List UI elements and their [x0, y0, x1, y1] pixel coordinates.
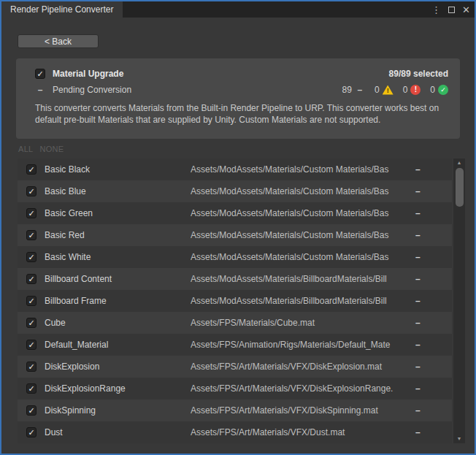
warning-count: 0 — [375, 85, 380, 95]
render-pipeline-converter-window: Render Pipeline Converter ⋮ ✕ < Back ✓ M… — [0, 0, 476, 455]
pending-conversion-row: – Pending Conversion 89 – 0 ! 0 ! 0 ✓ — [35, 82, 448, 98]
row-label: DiskExplosionRange — [45, 383, 191, 394]
row-checkbox[interactable]: ✓ — [26, 383, 37, 394]
table-row[interactable]: ✓ DiskExplosionRange Assets/FPS/Art/Mate… — [18, 378, 452, 399]
table-row[interactable]: ✓ DiskExplosion Assets/FPS/Art/Materials… — [18, 356, 452, 378]
scrollbar-thumb[interactable] — [456, 168, 464, 207]
window-tab[interactable]: Render Pipeline Converter — [1, 1, 123, 18]
window-controls: ⋮ ✕ — [431, 1, 470, 18]
converter-checkbox[interactable]: ✓ — [35, 69, 45, 79]
row-pending-icon: – — [415, 274, 421, 284]
row-checkbox[interactable]: ✓ — [26, 230, 37, 240]
table-row[interactable]: ✓ Basic Green Assets/ModAssets/Materials… — [18, 202, 452, 224]
row-label: Billboard Content — [45, 274, 191, 284]
selection-links: ALL NONE — [18, 145, 64, 153]
close-icon[interactable]: ✕ — [462, 5, 470, 15]
row-pending-icon: – — [415, 208, 421, 218]
row-checkbox[interactable]: ✓ — [26, 274, 37, 284]
pending-count: 89 — [342, 85, 352, 95]
row-pending-icon: – — [415, 405, 421, 416]
row-label: Basic White — [45, 252, 191, 262]
scroll-down-icon[interactable]: ▼ — [457, 435, 462, 443]
title-bar: Render Pipeline Converter ⋮ ✕ — [1, 1, 475, 18]
row-checkbox[interactable]: ✓ — [26, 318, 37, 328]
back-button[interactable]: < Back — [18, 34, 99, 48]
row-pending-icon: – — [415, 362, 421, 372]
scroll-up-icon[interactable]: ▲ — [457, 158, 462, 167]
row-path: Assets/ModAssets/Materials/Custom Materi… — [191, 208, 410, 218]
status-counts: 89 – 0 ! 0 ! 0 ✓ — [342, 85, 448, 95]
table-row[interactable]: ✓ Billboard Frame Assets/ModAssets/Mater… — [18, 290, 452, 312]
list-scrollbar[interactable]: ▲ ▼ — [453, 158, 465, 443]
row-path: Assets/FPS/Art/Materials/VFX/DiskExplosi… — [191, 383, 410, 394]
success-count-item: 0 ✓ — [430, 85, 448, 95]
row-pending-icon: – — [415, 340, 421, 350]
row-path: Assets/ModAssets/Materials/BillboardMate… — [191, 296, 410, 306]
table-row[interactable]: ✓ DiskSpinning Assets/FPS/Art/Materials/… — [18, 399, 452, 421]
selected-summary: 89/89 selected — [389, 69, 448, 79]
table-row[interactable]: ✓ Billboard Content Assets/ModAssets/Mat… — [18, 268, 452, 290]
material-list: ✓ Basic Black Assets/ModAssets/Materials… — [18, 158, 452, 443]
row-label: Default_Material — [45, 340, 191, 350]
success-count: 0 — [430, 85, 435, 95]
row-label: Basic Red — [45, 230, 191, 240]
row-checkbox[interactable]: ✓ — [26, 208, 37, 218]
table-row[interactable]: ✓ Dust Assets/FPS/Art/Materials/VFX/Dust… — [18, 421, 452, 443]
pending-count-icon: – — [355, 85, 365, 95]
window-title: Render Pipeline Converter — [10, 4, 113, 15]
row-label: Basic Green — [45, 208, 191, 218]
table-row[interactable]: ✓ Default_Material Assets/FPS/Animation/… — [18, 334, 452, 356]
row-label: DiskSpinning — [45, 405, 191, 416]
select-all-button[interactable]: ALL — [18, 145, 33, 153]
row-checkbox[interactable]: ✓ — [26, 427, 37, 437]
success-icon: ✓ — [438, 85, 448, 95]
back-button-label: < Back — [45, 37, 72, 47]
row-checkbox[interactable]: ✓ — [26, 362, 37, 372]
row-path: Assets/ModAssets/Materials/Custom Materi… — [191, 230, 410, 240]
row-label: Billboard Frame — [45, 296, 191, 306]
warning-icon: ! — [383, 85, 394, 95]
select-none-button[interactable]: NONE — [39, 145, 64, 153]
pending-state-icon: – — [35, 85, 45, 95]
pending-count-item: 89 – — [342, 85, 365, 95]
row-pending-icon: – — [415, 164, 421, 175]
row-path: Assets/FPS/Art/Materials/VFX/DiskExplosi… — [191, 362, 410, 372]
row-label: Basic Black — [45, 164, 191, 175]
row-checkbox[interactable]: ✓ — [26, 296, 37, 306]
kebab-menu-icon[interactable]: ⋮ — [431, 5, 441, 15]
row-label: Cube — [45, 318, 191, 328]
table-row[interactable]: ✓ Basic Black Assets/ModAssets/Materials… — [18, 158, 452, 180]
row-path: Assets/FPS/Animation/Rigs/Materials/Defa… — [191, 340, 410, 350]
row-pending-icon: – — [415, 296, 421, 306]
warning-count-item: 0 ! — [375, 85, 394, 95]
row-label: DiskExplosion — [45, 362, 191, 372]
row-path: Assets/FPS/Art/Materials/VFX/Dust.mat — [191, 427, 410, 437]
error-count-item: 0 ! — [403, 85, 421, 95]
row-checkbox[interactable]: ✓ — [26, 164, 37, 175]
row-pending-icon: – — [415, 383, 421, 394]
row-pending-icon: – — [415, 427, 421, 437]
row-path: Assets/ModAssets/Materials/Custom Materi… — [191, 186, 410, 196]
row-checkbox[interactable]: ✓ — [26, 186, 37, 196]
converter-header-row: ✓ Material Upgrade 89/89 selected — [35, 66, 448, 82]
converter-panel: ✓ Material Upgrade 89/89 selected – Pend… — [16, 58, 460, 139]
row-path: Assets/FPS/Art/Materials/VFX/DiskSpinnin… — [191, 405, 410, 416]
maximize-icon[interactable] — [448, 7, 455, 13]
table-row[interactable]: ✓ Basic White Assets/ModAssets/Materials… — [18, 246, 452, 268]
row-checkbox[interactable]: ✓ — [26, 405, 37, 416]
row-label: Basic Blue — [45, 186, 191, 196]
row-path: Assets/ModAssets/Materials/BillboardMate… — [191, 274, 410, 284]
row-pending-icon: – — [415, 230, 421, 240]
row-pending-icon: – — [415, 186, 421, 196]
table-row[interactable]: ✓ Basic Blue Assets/ModAssets/Materials/… — [18, 180, 452, 202]
error-count: 0 — [403, 85, 408, 95]
table-row[interactable]: ✓ Cube Assets/FPS/Materials/Cube.mat – — [18, 312, 452, 334]
row-path: Assets/ModAssets/Materials/Custom Materi… — [191, 164, 410, 175]
row-path: Assets/FPS/Materials/Cube.mat — [191, 318, 410, 328]
converter-description: This converter converts Materials from t… — [35, 102, 455, 126]
pending-label: Pending Conversion — [53, 85, 131, 95]
row-checkbox[interactable]: ✓ — [26, 340, 37, 350]
converter-name: Material Upgrade — [53, 69, 123, 79]
row-checkbox[interactable]: ✓ — [26, 252, 37, 262]
table-row[interactable]: ✓ Basic Red Assets/ModAssets/Materials/C… — [18, 224, 452, 246]
